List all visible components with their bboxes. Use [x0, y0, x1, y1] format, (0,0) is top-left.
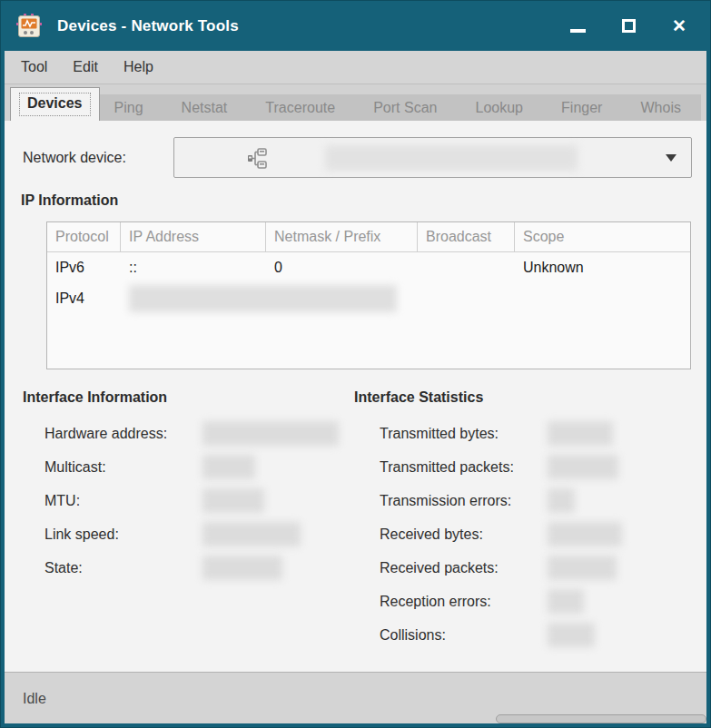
progress-bar [496, 714, 706, 723]
window-body: Tool Edit Help Devices Ping Netstat Trac… [5, 51, 706, 723]
network-device-value-redacted [325, 145, 578, 171]
redacted-value [548, 421, 613, 446]
window-title: Devices - Network Tools [57, 17, 239, 35]
field-hardware-address: Hardware address: [44, 417, 351, 450]
minimize-icon [570, 29, 586, 33]
tab-traceroute[interactable]: Traceroute [265, 100, 335, 116]
tabbar: Devices Ping Netstat Traceroute Port Sca… [5, 84, 706, 121]
status-text: Idle [23, 691, 46, 707]
cell-scope: Unknown [515, 260, 690, 276]
statusbar: Idle [5, 672, 706, 723]
tab-devices-label: Devices [19, 93, 91, 116]
field-state: State: [44, 551, 351, 585]
tab-devices[interactable]: Devices [10, 87, 100, 121]
menu-edit[interactable]: Edit [60, 54, 111, 81]
minimize-button[interactable] [570, 20, 586, 33]
field-mtu: MTU: [44, 484, 351, 517]
col-netmask-prefix[interactable]: Netmask / Prefix [266, 222, 418, 251]
tab-strip: Ping Netstat Traceroute Port Scan Lookup… [100, 94, 702, 121]
field-collisions: Collisions: [380, 618, 692, 652]
field-link-speed: Link speed: [44, 517, 351, 551]
app-icon [15, 13, 43, 40]
redacted-value [548, 455, 618, 479]
redacted-value [548, 556, 617, 580]
chevron-down-icon [666, 154, 676, 162]
close-button[interactable]: ✕ [672, 17, 686, 34]
redacted-value [548, 589, 584, 614]
network-device-combobox[interactable] [173, 137, 692, 178]
maximize-icon [622, 19, 636, 33]
titlebar: Devices - Network Tools ✕ [1, 1, 710, 51]
menu-tool[interactable]: Tool [8, 54, 60, 81]
cell-protocol: IPv4 [47, 290, 121, 307]
maximize-button[interactable] [622, 19, 636, 33]
network-interface-icon [245, 146, 269, 170]
interface-statistics-heading: Interface Statistics [354, 389, 692, 406]
col-broadcast[interactable]: Broadcast [418, 222, 515, 251]
interface-information-heading: Interface Information [23, 389, 351, 406]
tab-lookup[interactable]: Lookup [476, 100, 524, 116]
cell-ip-address: :: [121, 260, 266, 276]
interface-statistics-section: Interface Statistics Transmitted bytes: … [351, 389, 692, 652]
field-transmitted-packets: Transmitted packets: [380, 450, 692, 484]
field-reception-errors: Reception errors: [380, 585, 692, 618]
redacted-value [202, 455, 255, 479]
field-received-packets: Received packets: [380, 551, 692, 585]
redacted-value [202, 522, 301, 546]
interface-information-section: Interface Information Hardware address: … [19, 389, 351, 652]
cell-netmask: 0 [266, 260, 418, 276]
tab-port-scan[interactable]: Port Scan [373, 100, 437, 116]
field-transmission-errors: Transmission errors: [380, 484, 692, 517]
table-header-row: Protocol IP Address Netmask / Prefix Bro… [47, 222, 690, 252]
menubar: Tool Edit Help [5, 51, 706, 84]
redacted-value [548, 488, 575, 513]
app-window: Devices - Network Tools ✕ Tool Edit Help… [0, 0, 711, 728]
tab-whois[interactable]: Whois [641, 100, 681, 116]
col-ip-address[interactable]: IP Address [121, 222, 266, 251]
redacted-value [548, 623, 595, 647]
redacted-value [202, 421, 339, 446]
table-row-ipv6[interactable]: IPv6 :: 0 Unknown [47, 252, 690, 283]
menu-help[interactable]: Help [111, 54, 166, 81]
network-device-label: Network device: [23, 150, 173, 166]
tab-netstat[interactable]: Netstat [182, 100, 228, 116]
cell-protocol: IPv6 [47, 260, 121, 276]
ip-information-table: Protocol IP Address Netmask / Prefix Bro… [46, 221, 691, 369]
devices-tab-page: Network device: [5, 121, 706, 672]
tab-ping[interactable]: Ping [114, 100, 143, 116]
table-row-ipv4[interactable]: IPv4 [47, 283, 690, 314]
ipv4-values-redacted [129, 285, 397, 312]
ip-information-heading: IP Information [21, 192, 692, 209]
col-scope[interactable]: Scope [515, 222, 690, 251]
network-device-row: Network device: [23, 137, 692, 178]
col-protocol[interactable]: Protocol [47, 222, 121, 251]
field-transmitted-bytes: Transmitted bytes: [380, 417, 692, 450]
field-received-bytes: Received bytes: [380, 517, 692, 551]
tab-finger[interactable]: Finger [561, 100, 602, 116]
redacted-value [202, 488, 264, 513]
interface-sections: Interface Information Hardware address: … [19, 389, 692, 652]
window-controls: ✕ [570, 17, 696, 34]
redacted-value [202, 556, 282, 580]
redacted-value [548, 522, 622, 546]
field-multicast: Multicast: [44, 450, 351, 484]
